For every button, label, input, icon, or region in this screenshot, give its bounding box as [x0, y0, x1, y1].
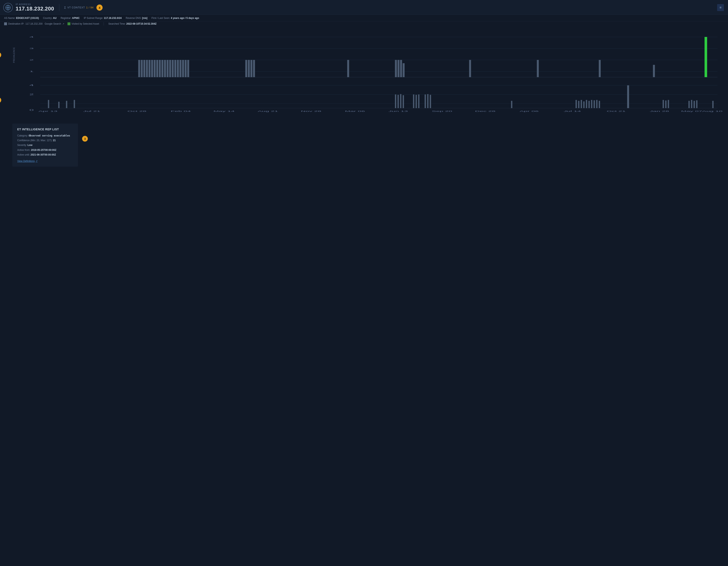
active-from-value: 2018-05-25T00:00:00Z	[31, 149, 56, 151]
svg-rect-25	[164, 60, 166, 77]
dest-ip-label: Destination IP:	[8, 22, 24, 25]
active-until-value: 2021-06-30T00:00:00Z	[31, 153, 56, 156]
svg-rect-22	[156, 60, 158, 77]
svg-rect-74	[58, 102, 60, 108]
svg-rect-100	[665, 101, 666, 108]
svg-rect-34	[187, 60, 189, 77]
charts-area: 1 Prevalence 4 3 2 1 0	[0, 27, 728, 119]
svg-text:Aug 21: Aug 21	[258, 110, 278, 112]
circle-2: 2	[0, 97, 1, 103]
header: IP IP ADDRESS 117.18.232.200 Σ VT CONTEX…	[0, 0, 728, 15]
searched-time: Searched Time: 2022-08-10T15:34:52.304Z	[108, 22, 157, 25]
svg-rect-84	[425, 94, 426, 108]
svg-rect-82	[416, 95, 417, 108]
searched-time-value: 2022-08-10T15:34:52.304Z	[126, 22, 156, 25]
svg-rect-28	[172, 60, 174, 77]
svg-rect-80	[403, 95, 404, 108]
svg-rect-17	[143, 60, 145, 77]
svg-rect-93	[588, 101, 590, 108]
country: Country: AU	[43, 17, 56, 19]
svg-text:Apr 13: Apr 13	[38, 110, 57, 112]
circle-1: 1	[0, 52, 1, 58]
svg-text:Feb 04: Feb 04	[171, 110, 191, 112]
svg-text:Jul 14: Jul 14	[564, 110, 581, 112]
dest-ip-swatch	[4, 22, 7, 25]
svg-text:Jun 13: Jun 13	[388, 110, 408, 112]
confidence-value: 21	[53, 139, 56, 142]
svg-rect-81	[413, 94, 414, 108]
visited-swatch	[68, 22, 70, 25]
svg-rect-79	[400, 94, 401, 108]
svg-rect-19	[149, 60, 150, 77]
svg-rect-86	[430, 95, 431, 108]
intel-card: ET INTELLIGENCE REP LIST Category: Obser…	[12, 124, 78, 167]
app-container: IP IP ADDRESS 117.18.232.200 Σ VT CONTEX…	[0, 0, 728, 566]
header-title-group: IP ADDRESS 117.18.232.200	[16, 3, 54, 12]
chart1-svg: 4 3 2 1 0	[14, 29, 724, 78]
svg-rect-26	[167, 60, 168, 77]
category-value: Observed serving executables	[29, 134, 70, 137]
svg-text:Nov 28: Nov 28	[301, 110, 321, 112]
header-label: IP ADDRESS	[16, 3, 54, 6]
svg-rect-44	[469, 60, 471, 77]
severity-row: Severity: Low	[17, 143, 73, 147]
svg-rect-90	[581, 100, 582, 108]
svg-text:Dec 28: Dec 28	[475, 110, 496, 112]
svg-rect-31	[180, 60, 181, 77]
registrar: Registrar: APNIC	[61, 17, 80, 19]
svg-rect-30	[177, 60, 179, 77]
svg-text:Oct 28: Oct 28	[127, 110, 147, 112]
external-link-icon: ↗	[35, 160, 38, 163]
svg-rect-23	[159, 60, 161, 77]
svg-text:Jul 21: Jul 21	[83, 110, 100, 112]
confidence-row: Confidence (Min: 20, Max: 127): 21	[17, 139, 73, 142]
svg-rect-83	[418, 94, 419, 108]
svg-rect-99	[663, 100, 664, 108]
svg-text:May 14: May 14	[213, 110, 235, 112]
svg-rect-40	[395, 60, 397, 77]
svg-rect-104	[694, 101, 695, 108]
subnet: IP Subnet Range: 117.18.232.0/24	[84, 17, 122, 19]
dest-ip-link[interactable]: 117.18.232.200	[25, 22, 42, 25]
registrar-value: APNIC	[72, 17, 80, 19]
active-until-row: Active until: 2021-06-30T00:00:00Z	[17, 153, 73, 157]
svg-rect-96	[596, 100, 598, 108]
menu-button[interactable]: ≡	[717, 4, 724, 11]
chart1-wrapper: 1 Prevalence 4 3 2 1 0	[4, 27, 724, 83]
circle-4: 4	[96, 5, 103, 11]
svg-text:Mar 06: Mar 06	[345, 110, 365, 112]
view-definitions-label: View Definitions	[17, 160, 35, 163]
svg-rect-89	[578, 101, 579, 108]
svg-rect-21	[154, 60, 156, 77]
svg-rect-91	[583, 101, 585, 108]
svg-rect-48	[705, 37, 707, 77]
header-ip: 117.18.232.200	[16, 6, 54, 12]
svg-text:2: 2	[29, 59, 34, 61]
svg-rect-42	[400, 60, 402, 77]
svg-text:Aug 10: Aug 10	[702, 110, 723, 112]
view-definitions-link[interactable]: View Definitions ↗	[17, 160, 38, 163]
svg-text:4: 4	[29, 84, 34, 87]
svg-text:Jan 28: Jan 28	[650, 110, 669, 112]
svg-rect-47	[653, 65, 655, 77]
category-row: Category: Observed serving executables	[17, 134, 73, 138]
svg-rect-20	[151, 60, 153, 77]
chart2-wrapper: 2 4 2 0	[4, 81, 724, 119]
chart1-container: Prevalence 4 3 2 1 0	[4, 27, 724, 83]
bottom-section: ET INTELLIGENCE REP LIST Category: Obser…	[0, 119, 728, 171]
svg-rect-105	[696, 100, 697, 108]
google-search-link[interactable]: Google Search	[45, 22, 61, 25]
svg-rect-29	[174, 60, 176, 77]
country-value: AU	[53, 17, 56, 19]
circle-3: 3	[82, 136, 88, 142]
rdns: Reverse DNS: [n/a]	[126, 17, 147, 19]
ip-icon: IP	[3, 3, 13, 12]
subnet-value: 117.18.232.0/24	[104, 17, 122, 19]
meta-bar: AS Name: EDGECAST (15133) Country: AU Re…	[0, 15, 728, 21]
svg-rect-18	[146, 60, 148, 77]
svg-rect-33	[185, 60, 187, 77]
svg-rect-38	[253, 60, 255, 77]
svg-text:May 07: May 07	[681, 110, 702, 112]
svg-rect-77	[395, 94, 396, 108]
svg-rect-46	[599, 60, 601, 77]
